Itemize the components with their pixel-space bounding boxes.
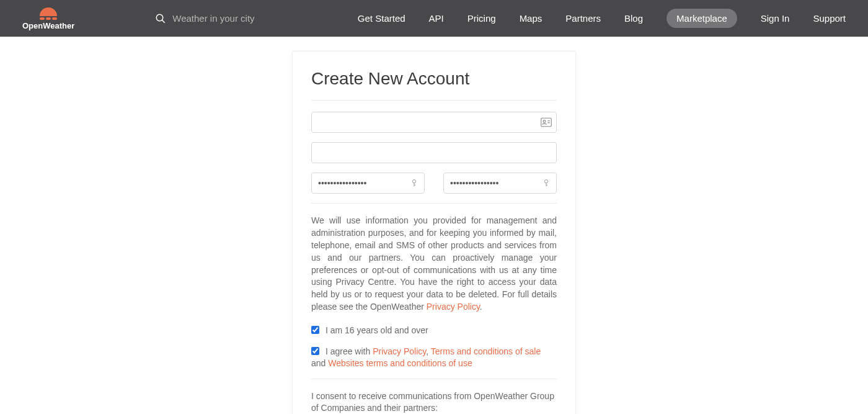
nav: Get Started API Pricing Maps Partners Bl… [358,9,846,28]
nav-maps[interactable]: Maps [520,13,542,24]
svg-point-3 [543,120,546,123]
svg-point-9 [544,180,547,183]
svg-point-6 [412,180,415,183]
nav-support[interactable]: Support [813,13,846,24]
agree-terms-sale-link[interactable]: Terms and conditions of sale [431,346,541,356]
logo-icon [36,6,61,20]
divider [311,100,557,101]
search-icon [155,13,166,24]
nav-api[interactable]: API [429,13,444,24]
password-confirm-field[interactable] [443,173,557,194]
agree-checkbox-row[interactable]: I agree with Privacy Policy, Terms and c… [311,346,557,370]
agree-privacy-link[interactable]: Privacy Policy [373,346,426,356]
nav-partners[interactable]: Partners [565,13,601,24]
info-text: We will use information you provided for… [311,215,557,313]
email-field[interactable] [311,142,557,163]
svg-line-1 [162,20,166,23]
nav-marketplace[interactable]: Marketplace [666,9,737,28]
nav-get-started[interactable]: Get Started [358,13,405,24]
privacy-policy-link[interactable]: Privacy Policy [427,302,480,312]
age-label: I am 16 years old and over [326,325,428,335]
divider [311,203,557,204]
brand-name: OpenWeather [22,21,74,30]
key-icon [409,178,420,188]
password-field[interactable] [311,173,425,194]
consent-text: I consent to receive communications from… [311,390,557,414]
age-checkbox[interactable] [311,326,319,334]
nav-pricing[interactable]: Pricing [467,13,496,24]
search [155,13,284,24]
svg-rect-2 [541,118,552,127]
logo[interactable]: OpenWeather [22,6,74,30]
agree-checkbox[interactable] [311,347,319,355]
divider [311,379,557,379]
page-title: Create New Account [311,69,557,89]
signup-card: Create New Account [292,51,576,414]
search-input[interactable] [172,13,284,24]
key-icon [541,178,552,188]
contact-card-icon [541,117,552,127]
username-field[interactable] [311,112,557,133]
nav-blog[interactable]: Blog [624,13,643,24]
age-checkbox-row[interactable]: I am 16 years old and over [311,325,557,337]
header: OpenWeather Get Started API Pricing Maps… [0,0,868,37]
nav-sign-in[interactable]: Sign In [761,13,790,24]
main: Create New Account [0,37,868,414]
agree-terms-use-link[interactable]: Websites terms and conditions of use [328,358,472,368]
svg-point-0 [157,14,164,21]
